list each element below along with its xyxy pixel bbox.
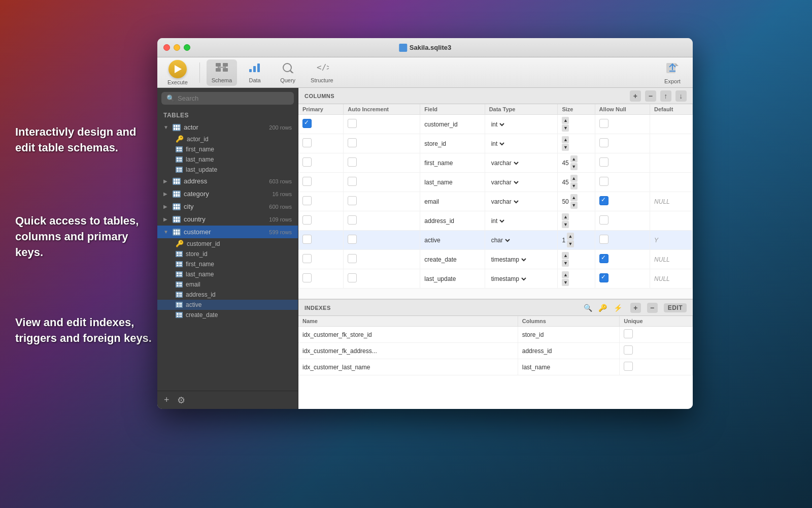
auto-inc-check-active[interactable] xyxy=(348,235,357,244)
null-check-last_name[interactable] xyxy=(599,177,608,186)
primary-check-store_id[interactable] xyxy=(302,138,312,147)
col-actor-first_name[interactable]: first_name xyxy=(157,144,298,154)
auto-inc-check-last_update[interactable] xyxy=(348,273,357,282)
size-up-create_date[interactable]: ▲ xyxy=(562,252,569,259)
size-up-last_update[interactable]: ▲ xyxy=(562,271,569,278)
auto-inc-check-create_date[interactable] xyxy=(348,254,357,263)
col-customer-email-label: email xyxy=(186,281,200,288)
add-table-button[interactable]: + xyxy=(161,394,172,406)
auto-inc-check-first_name[interactable] xyxy=(348,157,357,167)
size-down-customer_id[interactable]: ▼ xyxy=(562,124,569,132)
null-check-last_update[interactable] xyxy=(599,273,608,282)
col-customer-email[interactable]: email xyxy=(157,279,298,290)
type-select-address_id[interactable]: int xyxy=(489,217,506,225)
null-check-customer_id[interactable] xyxy=(599,119,608,128)
size-down-first_name[interactable]: ▼ xyxy=(570,163,578,170)
unique-check-idx_customer_last_name[interactable] xyxy=(624,362,633,371)
null-check-first_name[interactable] xyxy=(599,157,608,167)
table-item-category[interactable]: ▶ category 16 rows xyxy=(157,187,298,200)
unique-check-idx_customer_fk_address...[interactable] xyxy=(624,345,633,355)
table-item-customer[interactable]: ▼ customer 599 rows xyxy=(157,226,298,238)
size-up-last_name[interactable]: ▲ xyxy=(570,175,578,182)
type-select-last_name[interactable]: varchar xyxy=(489,178,520,186)
add-index-button[interactable]: + xyxy=(630,303,641,313)
search-input[interactable] xyxy=(178,94,289,102)
close-button[interactable] xyxy=(163,44,170,51)
tab-schema[interactable]: Schema xyxy=(207,59,237,86)
null-check-active[interactable] xyxy=(599,235,608,244)
null-check-create_date[interactable] xyxy=(599,254,608,263)
minimize-button[interactable] xyxy=(174,44,180,51)
col-customer-first_name[interactable]: first_name xyxy=(157,259,298,269)
maximize-button[interactable] xyxy=(184,44,190,51)
size-up-active[interactable]: ▲ xyxy=(567,233,574,240)
tab-data[interactable]: Data xyxy=(240,59,270,86)
null-check-store_id[interactable] xyxy=(599,138,608,147)
null-check-address_id[interactable] xyxy=(599,215,608,225)
primary-check-first_name[interactable] xyxy=(302,157,312,167)
execute-button[interactable]: Execute xyxy=(162,57,193,88)
primary-check-customer_id[interactable] xyxy=(302,119,312,128)
type-select-last_update[interactable]: timestamp xyxy=(489,275,528,283)
remove-index-button[interactable]: − xyxy=(647,303,658,313)
size-down-last_name[interactable]: ▼ xyxy=(570,182,578,189)
primary-check-email[interactable] xyxy=(302,196,312,205)
col-customer-address_id[interactable]: address_id xyxy=(157,290,298,300)
auto-inc-check-last_name[interactable] xyxy=(348,177,357,186)
col-customer-store_id[interactable]: store_id xyxy=(157,249,298,259)
window-title: Sakila.sqlite3 xyxy=(399,44,451,52)
type-select-first_name[interactable]: varchar xyxy=(489,159,520,167)
table-item-city[interactable]: ▶ city 600 rows xyxy=(157,200,298,213)
auto-inc-check-store_id[interactable] xyxy=(348,138,357,147)
category-table-icon xyxy=(173,190,181,198)
size-down-email[interactable]: ▼ xyxy=(570,202,578,209)
col-actor-actor_id[interactable]: 🔑 actor_id xyxy=(157,134,298,144)
size-down-active[interactable]: ▼ xyxy=(567,240,574,247)
table-item-address[interactable]: ▶ address 603 rows xyxy=(157,175,298,187)
size-up-store_id[interactable]: ▲ xyxy=(562,136,569,143)
add-column-button[interactable]: + xyxy=(630,90,641,102)
size-down-last_update[interactable]: ▼ xyxy=(562,279,569,286)
col-customer-active[interactable]: active xyxy=(157,300,298,310)
type-select-store_id[interactable]: int xyxy=(489,140,506,148)
size-up-first_name[interactable]: ▲ xyxy=(570,155,578,163)
col-actor-last_update[interactable]: last_update xyxy=(157,165,298,175)
export-button[interactable]: Export xyxy=(657,58,688,87)
size-down-create_date[interactable]: ▼ xyxy=(562,260,569,267)
type-select-email[interactable]: varchar xyxy=(489,198,520,206)
search-box[interactable]: 🔍 xyxy=(161,92,294,105)
table-item-actor[interactable]: ▼ actor 200 rows xyxy=(157,121,298,134)
edit-index-button[interactable]: Edit xyxy=(664,303,687,312)
size-down-address_id[interactable]: ▼ xyxy=(562,221,569,228)
primary-check-last_update[interactable] xyxy=(302,273,312,282)
primary-check-active[interactable] xyxy=(302,235,312,244)
col-customer-customer_id[interactable]: 🔑 customer_id xyxy=(157,238,298,249)
type-select-create_date[interactable]: timestamp xyxy=(489,256,528,264)
table-item-country[interactable]: ▶ country 109 rows xyxy=(157,213,298,226)
type-select-active[interactable]: char xyxy=(489,236,512,244)
type-select-customer_id[interactable]: int xyxy=(489,120,506,129)
auto-inc-check-address_id[interactable] xyxy=(348,215,357,225)
size-stepper-address_id: ▲ ▼ xyxy=(562,213,590,228)
primary-check-address_id[interactable] xyxy=(302,215,312,225)
col-customer-last_name[interactable]: last_name xyxy=(157,269,298,279)
auto-inc-check-email[interactable] xyxy=(348,196,357,205)
size-down-store_id[interactable]: ▼ xyxy=(562,144,569,151)
col-customer-create_date[interactable]: create_date xyxy=(157,310,298,320)
auto-inc-check-customer_id[interactable] xyxy=(348,119,357,128)
move-down-button[interactable]: ↓ xyxy=(675,90,687,102)
size-up-email[interactable]: ▲ xyxy=(570,194,578,201)
primary-check-last_name[interactable] xyxy=(302,177,312,186)
size-up-address_id[interactable]: ▲ xyxy=(562,213,569,220)
null-check-email[interactable] xyxy=(599,196,608,205)
remove-column-button[interactable]: − xyxy=(645,90,656,102)
size-up-customer_id[interactable]: ▲ xyxy=(562,117,569,124)
tab-query[interactable]: Query xyxy=(273,59,303,86)
sidebar-scroll[interactable]: ▼ actor 200 rows 🔑 actor_id xyxy=(157,121,298,391)
unique-check-idx_customer_fk_store_id[interactable] xyxy=(624,329,633,338)
primary-check-create_date[interactable] xyxy=(302,254,312,263)
tab-structure[interactable]: </> Structure xyxy=(306,59,339,86)
move-up-button[interactable]: ↑ xyxy=(660,90,671,102)
settings-button[interactable]: ⚙ xyxy=(175,394,188,407)
col-actor-last_name[interactable]: last_name xyxy=(157,154,298,165)
